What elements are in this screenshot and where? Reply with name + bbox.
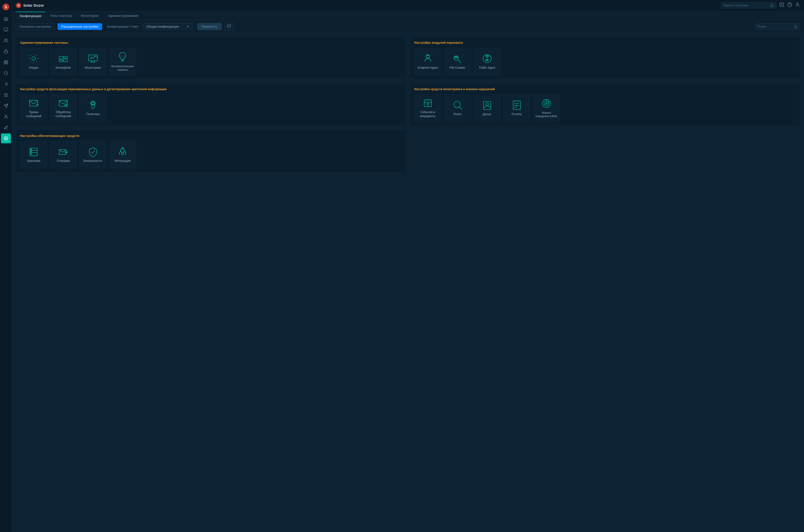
policy-icon (88, 99, 98, 111)
dropdown-arrow-icon: ▼ (186, 25, 189, 28)
subnav-search[interactable] (754, 23, 800, 30)
tile-general-label: Общее (29, 66, 38, 70)
sidebar-item-inbox[interactable] (1, 25, 11, 35)
tile-reports[interactable]: Отчеты (503, 94, 530, 121)
sidebar-item-person[interactable] (1, 112, 11, 121)
topbar-search[interactable] (721, 2, 776, 8)
svg-rect-8 (6, 63, 7, 64)
tab-configuration[interactable]: Конфигурация (16, 12, 45, 20)
tile-monitoring[interactable]: Мониторинг (79, 48, 107, 75)
section-support-title: Настройка обеспечивающих средств (20, 134, 402, 138)
subnav-search-input[interactable] (757, 25, 792, 28)
svg-point-48 (456, 57, 458, 58)
tile-uba[interactable]: Анализ поведения (UBA) (533, 94, 560, 121)
sidebar-item-list[interactable] (1, 79, 11, 89)
tile-storage[interactable]: Хранение (20, 141, 47, 168)
tile-process-msg[interactable]: Обработка сообщений (50, 94, 77, 121)
sidebar-item-grid[interactable] (1, 57, 11, 67)
tile-security[interactable]: Безопасность (79, 141, 107, 168)
section-filter: Настройка средств фильтрации перехваченн… (16, 83, 406, 126)
svg-rect-6 (6, 60, 7, 62)
section-admin-items: Общее Интерфейс (20, 48, 402, 75)
btn-basic-settings[interactable]: Основные настройки (16, 23, 55, 30)
tile-endpoint-label: Endpoint Agent (418, 66, 438, 70)
tile-receive-msg[interactable]: Прием сообщений (20, 94, 47, 121)
monitoring-icon (88, 53, 98, 64)
tile-events[interactable]: События и инциденты (414, 94, 442, 121)
sidebar-item-settings[interactable] (1, 133, 11, 143)
main-area: S Solar Dozor Конфигурация Узлы кластера… (12, 0, 804, 532)
section-admin-title: Администрирование системы (20, 41, 402, 44)
sidebar-item-users[interactable] (1, 36, 11, 45)
message-button[interactable] (224, 23, 234, 31)
tab-monitoring[interactable]: Мониторинг (77, 12, 103, 20)
interface-icon (58, 53, 69, 64)
topbar-notifications-icon[interactable] (779, 2, 784, 8)
app-brand: S Solar Dozor (16, 3, 44, 8)
tile-general[interactable]: Общее (20, 48, 47, 75)
apply-button[interactable]: Применить (198, 23, 222, 30)
app-logo-icon: S (16, 3, 21, 8)
endpoint-agent-icon (423, 53, 433, 64)
sidebar-logo[interactable]: S (1, 2, 11, 12)
topbar-search-input[interactable] (724, 3, 768, 7)
tile-dossier[interactable]: Досье (473, 94, 501, 121)
sidebar-item-star[interactable] (1, 90, 11, 100)
tab-administration[interactable]: Администрирование (104, 12, 142, 20)
tile-integration[interactable]: Интеграция (109, 141, 136, 168)
section-filter-items: Прием сообщений Обработка сообщений (20, 94, 402, 121)
section-intercept: Настройка модулей перехвата Endpoint Age… (410, 37, 800, 79)
svg-line-65 (459, 107, 462, 110)
svg-marker-17 (4, 93, 8, 97)
svg-line-46 (458, 60, 461, 63)
tile-endpoint-agent[interactable]: Endpoint Agent (414, 48, 442, 75)
file-crawler-icon (452, 53, 463, 64)
sidebar-item-edit[interactable] (1, 122, 11, 132)
topbar-help-icon[interactable] (787, 2, 792, 8)
gear-icon (28, 53, 39, 64)
svg-rect-7 (4, 63, 5, 64)
tab-cluster-nodes[interactable]: Узлы кластера (46, 12, 76, 20)
main-tabs: Конфигурация Узлы кластера Мониторинг Ад… (12, 11, 804, 21)
reports-icon (511, 99, 522, 111)
receive-msg-icon (28, 98, 39, 109)
svg-point-64 (454, 101, 460, 108)
tile-integration-label: Интеграция (114, 159, 131, 163)
tile-send[interactable]: Отправка (50, 141, 77, 168)
subnav-search-icon (794, 25, 797, 28)
tile-storage-label: Хранение (27, 159, 40, 163)
svg-point-3 (4, 39, 6, 40)
tile-interface[interactable]: Интерфейс (50, 48, 77, 75)
svg-point-45 (454, 56, 458, 60)
svg-point-80 (31, 149, 32, 150)
topbar: S Solar Dozor (12, 0, 804, 11)
tile-traffic-agent[interactable]: Traffic Agent (473, 48, 501, 75)
tile-reports-label: Отчеты (511, 112, 522, 116)
sidebar-item-home[interactable] (1, 14, 11, 24)
svg-point-82 (31, 153, 32, 154)
svg-point-59 (92, 101, 94, 103)
tile-traffic-label: Traffic Agent (479, 66, 495, 70)
tile-helper-label: Вспомогательные сервисы (111, 64, 134, 72)
tile-file-crawler[interactable]: File Crawler (444, 48, 471, 75)
btn-advanced-settings[interactable]: Расширенные настройки (58, 23, 102, 30)
config-dropdown[interactable]: Общая конфигурация ▼ (143, 23, 192, 30)
tile-send-label: Отправка (57, 159, 70, 163)
sidebar-item-lock[interactable] (1, 46, 11, 56)
sidebar-item-plane[interactable] (1, 101, 11, 111)
sidebar-item-search[interactable] (1, 68, 11, 78)
svg-rect-36 (64, 59, 68, 62)
section-support-items: Хранение Отправка (20, 141, 402, 168)
svg-line-76 (548, 101, 550, 102)
svg-line-31 (796, 27, 797, 28)
svg-rect-33 (59, 56, 63, 59)
tile-crawler-label: File Crawler (449, 66, 465, 70)
topbar-user-icon[interactable] (795, 2, 800, 8)
tile-dossier-label: Досье (483, 112, 491, 116)
tile-helper-services[interactable]: Вспомогательные сервисы (109, 48, 136, 75)
tile-events-label: События и инциденты (417, 111, 439, 118)
tile-policy[interactable]: Политика (79, 94, 107, 121)
uba-icon (541, 98, 552, 109)
tile-search[interactable]: Поиск (444, 94, 471, 121)
integration-icon (117, 146, 128, 157)
